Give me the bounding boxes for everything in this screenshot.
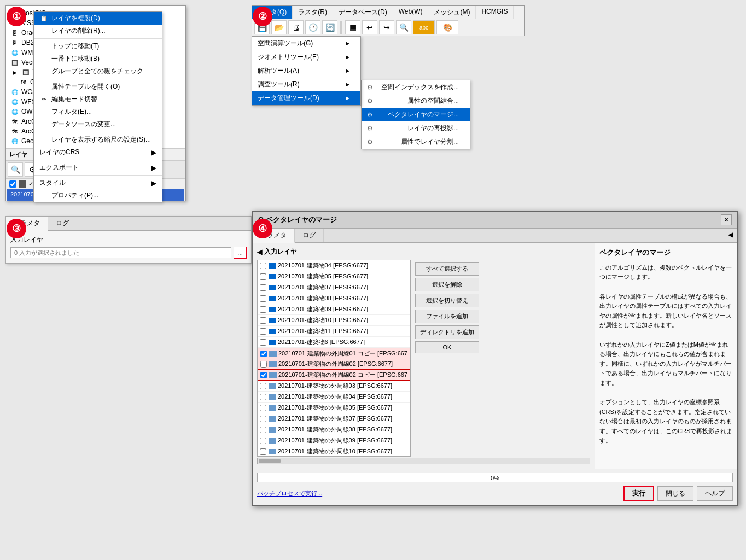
layer-check-9[interactable] — [260, 351, 267, 357]
drop-spatial-join[interactable]: ⚙ 属性の空間結合... — [362, 94, 470, 108]
layer-check-12[interactable] — [260, 383, 266, 389]
list-item[interactable]: 20210701-建築物の外周線04 [EPSG:6677] — [258, 392, 410, 402]
ok-button[interactable]: OK — [415, 341, 479, 353]
ctx-to-bottom[interactable]: 一番下に移動(B) — [34, 52, 162, 65]
add-dir-button[interactable]: ディレクトリを追加 — [415, 325, 479, 339]
ctx-export[interactable]: エクスポート ▶ — [34, 161, 162, 174]
layer-toolbar-btn1[interactable]: 🔍 — [8, 162, 23, 177]
ctx-properties[interactable]: プロパティ(P)... — [34, 189, 162, 202]
layer-check-4[interactable] — [260, 295, 266, 302]
tb-zoom[interactable]: 🔍 — [396, 20, 411, 34]
ctx-datasource[interactable]: データソースの変更... — [34, 118, 162, 131]
help-button[interactable]: ヘルプ — [697, 486, 733, 501]
tb-open[interactable]: 📂 — [271, 20, 287, 34]
layer-check-16[interactable] — [260, 427, 266, 433]
close-button[interactable]: 閉じる — [657, 486, 693, 501]
list-item[interactable]: 20210701-建築物の外周線09 [EPSG:6677] — [258, 435, 410, 446]
layer-check-14[interactable] — [260, 405, 266, 411]
layer-check-11[interactable] — [260, 372, 267, 378]
tb-refresh[interactable]: 🔄 — [322, 20, 337, 34]
drop-spatial-index[interactable]: ⚙ 空間インデックスを作成... — [362, 80, 470, 94]
layer-check-8[interactable] — [260, 339, 266, 346]
list-item[interactable]: 20210701-建築物6 [EPSG:6677] — [258, 337, 410, 348]
tb-label[interactable]: abc — [413, 20, 435, 34]
menu-web[interactable]: Web(W) — [393, 6, 429, 19]
collapse-btn[interactable]: ◀ — [724, 229, 737, 242]
ctx-to-top[interactable]: トップに移動(T) — [34, 40, 162, 52]
list-item[interactable]: 20210701-建築物07 [EPSG:6677] — [258, 282, 410, 293]
tb-print[interactable]: 🖨 — [288, 20, 304, 34]
h-scrollbar[interactable] — [257, 458, 590, 464]
tab-log[interactable]: ログ — [48, 217, 77, 230]
dialog-close-button[interactable]: × — [721, 214, 732, 225]
layer-check-3[interactable] — [260, 284, 266, 291]
drop-reproject[interactable]: ⚙ レイヤの再投影... — [362, 121, 470, 135]
layer-check-7[interactable] — [260, 328, 266, 335]
list-item[interactable]: 20210701-建築物04 [EPSG:6677] — [258, 260, 410, 271]
layer-check-15[interactable] — [260, 416, 266, 422]
menu-mesh[interactable]: メッシュ(M) — [428, 6, 476, 19]
ctx-open-table[interactable]: 属性テーブルを開く(O) — [34, 80, 162, 93]
layer-color-1 — [269, 263, 276, 269]
layer-check-1[interactable] — [260, 262, 266, 269]
list-item[interactable]: 20210701-建築物の外周線08 [EPSG:6677] — [258, 424, 410, 435]
panel1-layer-context: 🗄 PostGIS 🗄 MSSQL 🗄 Oracle 🗄 DB2 🌐 WMS/W… — [5, 5, 186, 201]
toggle-selection-button[interactable]: 選択を切り替え — [415, 294, 479, 307]
list-item[interactable]: 20210701-建築物05 [EPSG:6677] — [258, 271, 410, 282]
layer-list[interactable]: 20210701-建築物04 [EPSG:6677] 20210701-建築物0… — [257, 260, 411, 457]
list-item[interactable]: 20210701-建築物11 [EPSG:6677] — [258, 326, 410, 337]
list-item[interactable]: 20210701-建築物09 [EPSG:6677] — [258, 304, 410, 315]
ctx-check-group[interactable]: グループと全ての親をチェック — [34, 65, 162, 78]
output-layer-check[interactable] — [9, 180, 16, 188]
ctx-style[interactable]: スタイル ▶ — [34, 177, 162, 189]
drop-split[interactable]: ⚙ 属性でレイヤ分割... — [362, 135, 470, 149]
ctx-duplicate[interactable]: 📋 レイヤを複製(D) — [34, 12, 162, 25]
footer-buttons: バッチプロセスで実行... 実行 閉じる ヘルプ — [257, 486, 733, 501]
list-item-highlighted3[interactable]: 20210701-建築物の外周線02 コピー [EPSG:667 — [258, 369, 410, 381]
select-all-button[interactable]: すべて選択する — [415, 262, 479, 276]
add-file-button[interactable]: ファイルを追加 — [415, 310, 479, 323]
drop-analysis[interactable]: 解析ツール(A)▶ — [252, 64, 360, 78]
list-item[interactable]: 20210701-建築物の外周線03 [EPSG:6677] — [258, 381, 410, 392]
drop-survey[interactable]: 調査ツール(R)▶ — [252, 78, 360, 91]
dialog-tab-log[interactable]: ログ — [295, 229, 324, 242]
list-item-highlighted1[interactable]: 20210701-建築物の外周線01 コピー [EPSG:667 — [258, 348, 410, 359]
list-item[interactable]: 20210701-建築物の外周線05 [EPSG:6677] — [258, 402, 410, 413]
drop-spatial-calc[interactable]: 空間演算ツール(G)▶ — [252, 37, 360, 50]
ctx-filter[interactable]: フィルタ(E)... — [34, 106, 162, 118]
layer-check-10[interactable] — [260, 361, 267, 368]
menu-hcmgis[interactable]: HCMGIS — [476, 6, 514, 19]
ows-icon: 🌐 — [10, 107, 19, 116]
batch-process-link[interactable]: バッチプロセスで実行... — [257, 489, 322, 498]
list-item[interactable]: 20210701-建築物の外周線07 [EPSG:6677] — [258, 413, 410, 424]
list-item-highlighted2[interactable]: 20210701-建築物の外周線02 [EPSG:6677] — [258, 359, 410, 369]
layer-check-2[interactable] — [260, 273, 266, 280]
tb-grid[interactable]: ▦ — [345, 20, 360, 34]
ctx-delete[interactable]: レイヤの削除(R)... — [34, 25, 162, 37]
tb-redo[interactable]: ↪ — [379, 20, 394, 34]
ctx-edit-mode[interactable]: ✏ 編集モード切替 — [34, 93, 162, 106]
tb-color[interactable]: 🎨 — [436, 20, 458, 34]
ctx-crs[interactable]: レイヤのCRS ▶ — [34, 146, 162, 159]
list-item[interactable]: 20210701-建築物の外周線10 [EPSG:6677] — [258, 446, 410, 457]
deselect-button[interactable]: 選択を解除 — [415, 278, 479, 291]
tb-undo[interactable]: ↩ — [362, 20, 377, 34]
drop-merge-layers[interactable]: ⚙ ベクタレイヤのマージ... — [362, 108, 470, 121]
input-layer-field[interactable] — [10, 247, 231, 258]
tb-clock[interactable]: 🕐 — [305, 20, 320, 34]
menu-database[interactable]: データベース(D) — [333, 6, 393, 19]
layer-check-6[interactable] — [260, 317, 266, 324]
layer-check-17[interactable] — [260, 438, 266, 444]
menu-raster[interactable]: ラスタ(R) — [293, 6, 333, 19]
gear-icon5: ⚙ — [367, 138, 373, 146]
layer-check-18[interactable] — [260, 448, 266, 455]
list-item[interactable]: 20210701-建築物10 [EPSG:6677] — [258, 315, 410, 326]
layer-check-13[interactable] — [260, 394, 266, 400]
run-button[interactable]: 実行 — [623, 486, 654, 501]
drop-geometry[interactable]: ジオメトリツール(E)▶ — [252, 50, 360, 64]
drop-data-mgmt[interactable]: データ管理ツール(D)▶ — [252, 91, 360, 105]
ctx-scale[interactable]: レイヤを表示する縮尺の設定(S)... — [34, 133, 162, 146]
list-item[interactable]: 20210701-建築物08 [EPSG:6677] — [258, 293, 410, 304]
browse-button[interactable]: ... — [234, 247, 247, 259]
layer-check-5[interactable] — [260, 306, 266, 313]
